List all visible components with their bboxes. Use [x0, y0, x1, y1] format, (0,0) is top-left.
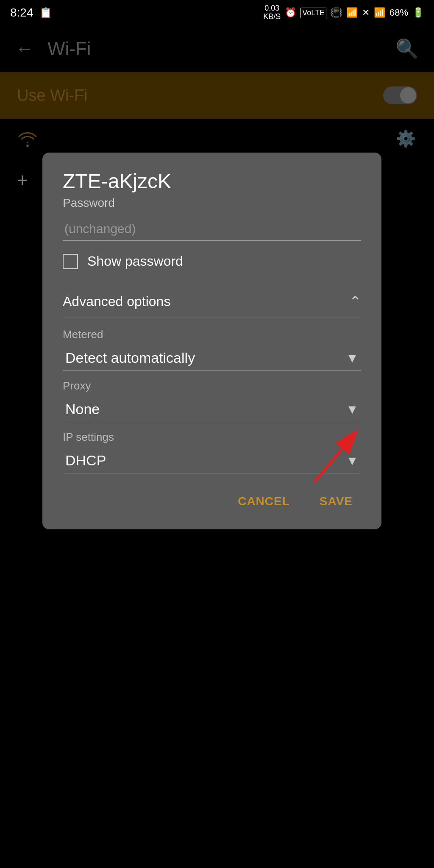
advanced-options-row[interactable]: Advanced options ⌃ [63, 285, 361, 318]
show-password-label: Show password [87, 253, 183, 269]
status-bar-left: 8:24 📋 [10, 6, 52, 19]
proxy-dropdown[interactable]: None ▼ [63, 396, 361, 422]
dialog-network-name: ZTE-aKjzcK [63, 170, 361, 193]
volte-icon: VoLTE [300, 8, 326, 18]
advanced-options-label: Advanced options [63, 294, 170, 309]
metered-label: Metered [63, 328, 361, 341]
ip-settings-value: DHCP [65, 452, 106, 469]
wifi-dialog: ZTE-aKjzcK Password Show password Advanc… [42, 153, 381, 529]
battery-icon: 🔋 [412, 7, 424, 18]
ip-settings-dropdown-arrow-icon: ▼ [346, 453, 359, 468]
show-password-row: Show password [63, 253, 361, 269]
proxy-label: Proxy [63, 379, 361, 392]
time-display: 8:24 [10, 6, 33, 19]
cancel-button[interactable]: CANCEL [229, 490, 298, 512]
proxy-dropdown-arrow-icon: ▼ [346, 402, 359, 417]
password-input[interactable] [63, 217, 361, 241]
vibrate-icon: 📳 [331, 7, 342, 18]
dialog-buttons: CANCEL SAVE [63, 490, 361, 512]
signal2-icon: 📶 [374, 7, 385, 18]
metered-value: Detect automatically [65, 350, 195, 366]
metered-dropdown[interactable]: Detect automatically ▼ [63, 345, 361, 371]
status-bar: 8:24 📋 0.03KB/S ⏰ VoLTE 📳 📶 ✕ 📶 68% 🔋 [0, 0, 434, 25]
data-speed: 0.03KB/S [263, 4, 281, 21]
ip-settings-label: IP settings [63, 431, 361, 444]
battery-display: 68% [389, 7, 408, 18]
proxy-value: None [65, 401, 100, 417]
wifi-status-icon: 📶 [346, 7, 358, 18]
status-bar-right: 0.03KB/S ⏰ VoLTE 📳 📶 ✕ 📶 68% 🔋 [263, 4, 424, 21]
metered-dropdown-arrow-icon: ▼ [346, 351, 359, 365]
ip-settings-dropdown[interactable]: DHCP ▼ [63, 447, 361, 473]
alarm-icon: ⏰ [285, 7, 296, 18]
save-button[interactable]: SAVE [311, 490, 361, 512]
dialog-password-label: Password [63, 196, 361, 210]
advanced-options-chevron-icon: ⌃ [349, 293, 361, 310]
show-password-checkbox[interactable] [63, 254, 78, 269]
screenshot-icon: 📋 [39, 7, 52, 19]
signal-icon: ✕ [362, 7, 370, 18]
